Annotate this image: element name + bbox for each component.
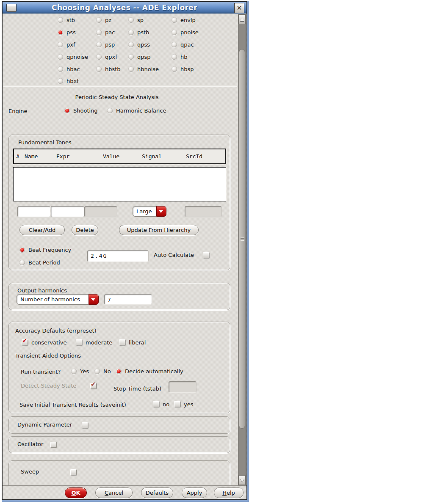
- tone-name-input[interactable]: [17, 206, 50, 217]
- dropdown-arrow-icon[interactable]: [89, 294, 99, 305]
- scrollbar-thumb[interactable]: [239, 49, 245, 429]
- analysis-radio-qpnoise[interactable]: qpnoise: [58, 53, 88, 60]
- close-icon[interactable]: ✕: [234, 3, 244, 13]
- analysis-radio-stb[interactable]: stb: [58, 17, 75, 23]
- radio-icon: [94, 369, 100, 374]
- analysis-radio-psp[interactable]: psp: [96, 41, 115, 48]
- oscillator-checkbox[interactable]: [50, 442, 57, 448]
- clear-add-button[interactable]: Clear/Add: [19, 225, 65, 235]
- arrow-down-icon: [240, 479, 244, 482]
- saveinit-no-checkbox[interactable]: no: [153, 401, 169, 408]
- analysis-radio-qpxf[interactable]: qpxf: [96, 53, 117, 60]
- analysis-label: hb: [180, 54, 188, 60]
- output-harmonics-label: Output harmonics: [17, 287, 67, 294]
- beat-frequency-radio[interactable]: Beat Frequency: [19, 246, 71, 253]
- radio-icon: [172, 66, 177, 72]
- beat-period-radio[interactable]: Beat Period: [19, 259, 60, 266]
- scroll-down-button[interactable]: [238, 475, 246, 485]
- analysis-radio-qpsp[interactable]: qpsp: [128, 53, 151, 60]
- dialog-content: stb pz sp envlp pss pac pstb pnoise pxf …: [3, 14, 246, 486]
- tones-table-header: # Name Expr Value Signal SrcId: [13, 149, 226, 164]
- dialog-footer: OK Cancel Defaults Apply Help: [3, 485, 246, 499]
- tones-table-body[interactable]: [13, 167, 226, 201]
- engine-radio-harmonic-balance[interactable]: Harmonic Balance: [107, 107, 166, 114]
- engine-radio-shooting[interactable]: Shooting: [64, 107, 98, 114]
- errpreset-liberal-checkbox[interactable]: liberal: [119, 339, 146, 346]
- window-menu-icon[interactable]: [6, 4, 17, 12]
- tone-srcid-input-disabled: [185, 206, 222, 217]
- analysis-radio-hbstb[interactable]: hbstb: [96, 66, 121, 72]
- analysis-radio-pnoise[interactable]: pnoise: [172, 29, 199, 36]
- checkbox-icon: [76, 339, 82, 345]
- analysis-radio-hbnoise[interactable]: hbnoise: [128, 66, 159, 72]
- saveinit-yes-checkbox[interactable]: yes: [174, 401, 193, 408]
- analysis-label: pac: [105, 29, 115, 36]
- radio-icon: [58, 42, 63, 47]
- analysis-radio-pxf[interactable]: pxf: [58, 41, 75, 48]
- radio-icon: [172, 42, 177, 47]
- analysis-radio-hbac[interactable]: hbac: [58, 66, 80, 72]
- radio-icon: [128, 17, 134, 23]
- separator: [3, 86, 237, 87]
- analysis-radio-qpac[interactable]: qpac: [172, 41, 194, 48]
- analysis-label: hbnoise: [137, 66, 159, 72]
- analysis-label: psp: [105, 41, 115, 48]
- radio-icon: [71, 369, 77, 374]
- vertical-scrollbar[interactable]: [238, 14, 246, 485]
- analysis-radio-qpss[interactable]: qpss: [128, 41, 150, 48]
- harmonics-count-input[interactable]: 7: [104, 294, 152, 305]
- button-label: Help: [222, 490, 235, 496]
- cancel-button[interactable]: Cancel: [95, 487, 133, 498]
- radio-icon: [58, 17, 63, 23]
- screen: Choosing Analyses -- ADE Explorer ✕ stb …: [0, 0, 429, 504]
- analysis-radio-envlp[interactable]: envlp: [172, 17, 196, 23]
- delete-button[interactable]: Delete: [72, 225, 98, 235]
- column-header: Expr: [56, 153, 69, 160]
- beat-frequency-input[interactable]: 2.4G: [87, 250, 149, 262]
- run-transient-auto-radio[interactable]: Decide automatically: [116, 368, 183, 375]
- column-header: Value: [103, 153, 119, 160]
- apply-button[interactable]: Apply: [182, 487, 207, 498]
- transient-options-heading: Transient-Aided Options: [15, 353, 81, 359]
- radio-icon: [107, 108, 113, 113]
- stop-time-input: [169, 381, 197, 393]
- analysis-radio-pss[interactable]: pss: [58, 29, 76, 36]
- analysis-radio-sp[interactable]: sp: [128, 17, 144, 23]
- analysis-radio-pac[interactable]: pac: [96, 29, 115, 36]
- sweep-checkbox[interactable]: [70, 469, 77, 475]
- harmonics-mode-dropdown[interactable]: Number of harmonics: [17, 294, 99, 305]
- defaults-button[interactable]: Defaults: [141, 487, 173, 498]
- button-label: Update From Hierarchy: [127, 227, 191, 233]
- analysis-radio-hb[interactable]: hb: [172, 53, 188, 60]
- auto-calculate-checkbox[interactable]: [203, 252, 209, 258]
- scroll-up-button[interactable]: [238, 14, 246, 24]
- update-from-hierarchy-button[interactable]: Update From Hierarchy: [119, 225, 199, 235]
- analysis-radio-hbsp[interactable]: hbsp: [172, 66, 194, 72]
- checkbox-icon: [153, 401, 159, 407]
- tone-size-dropdown[interactable]: Large: [133, 206, 166, 217]
- analysis-radio-hbxf[interactable]: hbxf: [58, 77, 79, 84]
- titlebar[interactable]: Choosing Analyses -- ADE Explorer ✕: [3, 2, 246, 14]
- radio-selected-icon: [19, 247, 25, 253]
- analysis-radio-pstb[interactable]: pstb: [128, 29, 149, 36]
- dynamic-parameter-label: Dynamic Parameter: [17, 421, 72, 428]
- analysis-radio-pz[interactable]: pz: [96, 17, 111, 23]
- errpreset-conservative-checkbox[interactable]: conservative: [22, 339, 67, 346]
- ok-button[interactable]: OK: [65, 487, 87, 498]
- analysis-label: qpxf: [105, 54, 117, 60]
- radio-label: Decide automatically: [125, 368, 183, 375]
- analysis-label: envlp: [180, 17, 196, 23]
- radio-icon: [96, 66, 102, 72]
- dynamic-parameter-checkbox[interactable]: [82, 422, 88, 428]
- help-button[interactable]: Help: [214, 487, 244, 498]
- button-label: Apply: [187, 490, 202, 496]
- tone-expr-input[interactable]: [51, 206, 84, 217]
- run-transient-yes-radio[interactable]: Yes: [71, 368, 89, 375]
- radio-icon: [19, 260, 25, 265]
- run-transient-no-radio[interactable]: No: [94, 368, 111, 375]
- analysis-label: qpnoise: [66, 54, 88, 60]
- checkbox-icon: [119, 339, 125, 345]
- oscillator-label: Oscillator: [17, 441, 43, 447]
- errpreset-moderate-checkbox[interactable]: moderate: [76, 339, 112, 346]
- dropdown-arrow-icon[interactable]: [156, 206, 166, 217]
